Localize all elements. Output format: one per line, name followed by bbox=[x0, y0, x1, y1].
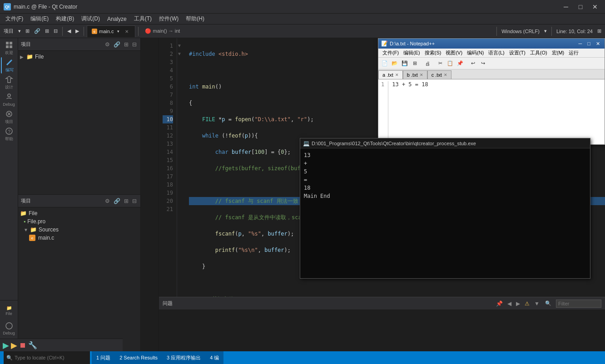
problem-filter-input[interactable] bbox=[556, 300, 601, 308]
tree-item-file-bottom[interactable]: 📁 File bbox=[18, 209, 140, 217]
npp-tool-undo[interactable]: ↩ bbox=[468, 59, 477, 68]
minimize-button[interactable]: ─ bbox=[560, 3, 572, 11]
status-tab-output[interactable]: 3 应用程序输出 bbox=[162, 351, 205, 364]
npp-menu-edit[interactable]: 编辑(E) bbox=[401, 49, 422, 57]
stop-button[interactable]: ⏹ bbox=[19, 341, 26, 349]
menu-tools[interactable]: 工具(T) bbox=[130, 14, 155, 24]
menu-help[interactable]: 帮助(H) bbox=[182, 14, 208, 24]
tree-item-file-top[interactable]: ▶ 📁 File bbox=[18, 53, 140, 61]
npp-tool-saveall[interactable]: ⊞ bbox=[410, 59, 419, 68]
npp-tab-b[interactable]: b .txt ✕ bbox=[403, 70, 427, 79]
npp-menu-view[interactable]: 视图(V) bbox=[443, 49, 465, 57]
encoding-label[interactable]: Windows (CRLF) bbox=[500, 28, 541, 35]
npp-tool-new[interactable]: 📄 bbox=[380, 59, 389, 68]
panel-minus2-btn[interactable]: ⊟ bbox=[131, 197, 138, 205]
notepad-minimize[interactable]: ─ bbox=[577, 41, 584, 46]
npp-tab-a-label: a .txt bbox=[382, 72, 393, 78]
npp-menu-tools[interactable]: 工具(O) bbox=[528, 49, 550, 57]
npp-tab-a-close[interactable]: ✕ bbox=[395, 73, 399, 77]
tab-dropdown-btn[interactable]: ▾ bbox=[115, 28, 121, 34]
tree-item-filepro[interactable]: ▪ File.pro bbox=[18, 217, 140, 226]
sidebar-design[interactable]: 设计 bbox=[1, 74, 17, 91]
toolbar-nav-left[interactable]: ◀ bbox=[65, 27, 73, 35]
panel-minus-btn[interactable]: ⊟ bbox=[131, 40, 138, 49]
status-tab-search[interactable]: 2 Search Results bbox=[115, 351, 162, 364]
npp-menu-file[interactable]: 文件(F) bbox=[380, 49, 401, 57]
panel-add-btn[interactable]: ⊞ bbox=[123, 40, 129, 49]
panel-link-btn[interactable]: 🔗 bbox=[113, 40, 121, 49]
sidebar-help[interactable]: ? 帮助 bbox=[1, 126, 17, 143]
menu-debug[interactable]: 调试(D) bbox=[78, 14, 104, 24]
npp-menu-encode[interactable]: 编码(N) bbox=[465, 49, 486, 57]
toolbar-config-btn[interactable]: ⊟ bbox=[52, 27, 60, 35]
problem-nav-right[interactable]: ▶ bbox=[515, 300, 521, 308]
svg-rect-0 bbox=[6, 42, 9, 44]
term-line-5: 18 bbox=[304, 184, 586, 192]
sidebar-edit[interactable]: 编写 bbox=[1, 57, 17, 74]
tree-item-sources[interactable]: ▼ 📁 Sources bbox=[18, 226, 140, 234]
bottom-file-label: File bbox=[5, 311, 12, 316]
problem-filter-icon[interactable]: ▼ bbox=[533, 300, 541, 308]
npp-tab-c[interactable]: c .txt ✕ bbox=[427, 70, 451, 79]
panel-filter2-btn[interactable]: ⚙ bbox=[104, 197, 111, 205]
file-tab[interactable]: c main.c ▾ ✕ bbox=[87, 25, 135, 37]
npp-menu-macro[interactable]: 宏(M) bbox=[550, 49, 567, 57]
toolbar-add-btn[interactable]: ⊞ bbox=[43, 27, 51, 35]
close-button[interactable]: ✕ bbox=[589, 3, 601, 11]
npp-tool-cut[interactable]: ✂ bbox=[436, 59, 445, 68]
menu-file[interactable]: 文件(F) bbox=[2, 14, 27, 24]
problem-panel: 问题 📌 ◀ ▶ ⚠ ▼ 🔍 bbox=[159, 297, 605, 351]
status-search-input[interactable] bbox=[15, 355, 87, 360]
tools-button[interactable]: 🔧 bbox=[28, 341, 37, 349]
npp-tab-b-close[interactable]: ✕ bbox=[420, 73, 423, 77]
run-button[interactable]: ▶ bbox=[3, 340, 9, 350]
sidebar-debug[interactable]: Debug bbox=[1, 92, 17, 108]
tab-close-btn[interactable]: ✕ bbox=[123, 28, 130, 35]
sidebar-project[interactable]: 项目 bbox=[1, 109, 17, 125]
panel-filter-btn[interactable]: ⚙ bbox=[104, 40, 111, 49]
npp-menu-run[interactable]: 运行 bbox=[566, 49, 581, 57]
problem-warn-icon[interactable]: ⚠ bbox=[524, 300, 531, 308]
status-tab-4[interactable]: 4 编 bbox=[205, 351, 223, 364]
code-editor[interactable]: 12345 6789 10 1112131415 1617181920 21 ▼… bbox=[159, 38, 605, 297]
npp-tool-paste[interactable]: 📌 bbox=[456, 59, 465, 68]
npp-menu-search[interactable]: 搜索(S) bbox=[422, 49, 444, 57]
toolbar-link-btn[interactable]: ⊞ bbox=[24, 27, 31, 35]
npp-tool-save[interactable]: 💾 bbox=[400, 59, 409, 68]
menu-build[interactable]: 构建(B) bbox=[52, 14, 78, 24]
notepad-tabs: a .txt ✕ b .txt ✕ c .txt ✕ bbox=[378, 69, 605, 79]
toolbar-nav-right[interactable]: ▶ bbox=[74, 27, 81, 35]
bottom-sidebar-debug[interactable]: Debug bbox=[1, 320, 17, 337]
run-debug-button[interactable]: ▶ bbox=[11, 340, 17, 350]
tree-label-file-bottom: File bbox=[29, 210, 37, 216]
status-tab-problems[interactable]: 1 问题 bbox=[92, 351, 115, 364]
notepad-close[interactable]: ✕ bbox=[594, 41, 602, 47]
encoding-dropdown[interactable]: ▾ bbox=[542, 27, 549, 35]
npp-tool-open[interactable]: 📂 bbox=[390, 59, 399, 68]
term-line-6: Main End bbox=[304, 192, 586, 200]
notepad-maximize[interactable]: □ bbox=[585, 41, 592, 46]
problem-pin-btn[interactable]: 📌 bbox=[495, 300, 504, 308]
toolbar-sep2 bbox=[84, 27, 84, 36]
npp-tab-c-close[interactable]: ✕ bbox=[444, 73, 447, 77]
toolbar-chain-btn[interactable]: 🔗 bbox=[32, 27, 42, 35]
panel-link2-btn[interactable]: 🔗 bbox=[113, 197, 121, 205]
sidebar-welcome[interactable]: 欢迎 bbox=[1, 40, 17, 56]
npp-menu-settings[interactable]: 设置(T) bbox=[507, 49, 528, 57]
npp-menu-language[interactable]: 语言(L) bbox=[486, 49, 506, 57]
panel-add2-btn[interactable]: ⊞ bbox=[123, 197, 129, 205]
npp-tool-redo[interactable]: ↪ bbox=[478, 59, 487, 68]
npp-tool-copy[interactable]: 📋 bbox=[446, 59, 455, 68]
npp-tool-print[interactable]: 🖨 bbox=[423, 59, 432, 68]
sidebar-design-label: 设计 bbox=[5, 84, 13, 90]
toolbar-dropdown-btn[interactable]: ▾ bbox=[16, 27, 23, 35]
maximize-button[interactable]: □ bbox=[574, 3, 587, 11]
menu-edit[interactable]: 编辑(E) bbox=[27, 14, 52, 24]
menu-analyze[interactable]: Analyze bbox=[104, 15, 130, 23]
menu-controls[interactable]: 控件(W) bbox=[155, 14, 182, 24]
npp-tab-a[interactable]: a .txt ✕ bbox=[378, 70, 403, 79]
problem-nav-left[interactable]: ◀ bbox=[506, 300, 512, 308]
expand-btn[interactable]: ⊞ bbox=[595, 27, 603, 35]
tree-item-mainc[interactable]: c main.c bbox=[18, 234, 140, 242]
bottom-sidebar-file[interactable]: 📁 File bbox=[1, 302, 17, 319]
